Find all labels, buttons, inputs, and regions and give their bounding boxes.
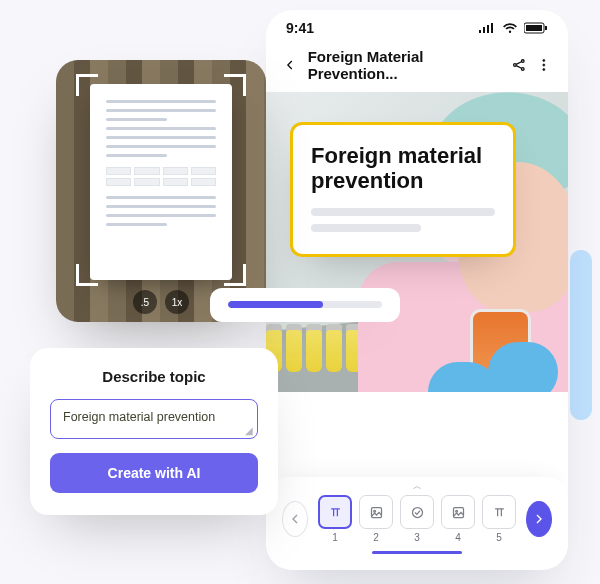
- create-with-ai-button[interactable]: Create with AI: [50, 453, 258, 493]
- topic-input-value: Foreign material prevention: [63, 410, 215, 424]
- svg-point-8: [543, 69, 545, 71]
- status-time: 9:41: [286, 20, 314, 36]
- svg-rect-12: [453, 507, 463, 517]
- progress-fill: [228, 301, 323, 308]
- svg-point-6: [543, 59, 545, 61]
- describe-topic-heading: Describe topic: [50, 368, 258, 385]
- describe-topic-card: Describe topic Foreign material preventi…: [30, 348, 278, 515]
- resize-handle-icon[interactable]: ◢: [245, 425, 253, 436]
- svg-point-5: [521, 68, 524, 71]
- hero-image: Foreign material prevention: [266, 92, 568, 392]
- wifi-icon: [502, 22, 518, 34]
- home-indicator: [372, 551, 462, 554]
- lesson-title: Foreign material prevention: [311, 143, 495, 194]
- crop-corner[interactable]: [224, 74, 246, 96]
- svg-point-13: [455, 510, 457, 512]
- document-scanner-card: .5 1x: [56, 60, 266, 322]
- image-icon: [369, 505, 384, 520]
- slide-thumbnails: 1 2 3 4 5: [318, 495, 516, 543]
- slide-tray: ︿ 1 2 3 4: [266, 477, 568, 566]
- kebab-icon[interactable]: [536, 56, 552, 74]
- scanned-document: [90, 84, 232, 280]
- zoom-level[interactable]: .5: [133, 290, 157, 314]
- course-header: Foreign Material Prevention...: [266, 40, 568, 92]
- signal-icon: [478, 22, 496, 34]
- slide-thumb-2[interactable]: 2: [359, 495, 393, 543]
- accent-strip: [570, 250, 592, 420]
- svg-point-4: [521, 60, 524, 63]
- battery-icon: [524, 22, 548, 34]
- course-title: Foreign Material Prevention...: [308, 48, 491, 82]
- svg-rect-9: [371, 507, 381, 517]
- lesson-title-card: Foreign material prevention: [290, 122, 516, 257]
- status-bar: 9:41: [266, 10, 568, 40]
- svg-point-7: [543, 64, 545, 66]
- image-icon: [451, 505, 466, 520]
- slide-thumb-5[interactable]: 5: [482, 495, 516, 543]
- next-slide-button[interactable]: [526, 501, 552, 537]
- slide-thumb-1[interactable]: 1: [318, 495, 352, 543]
- crop-corner[interactable]: [76, 264, 98, 286]
- skeleton-line: [311, 208, 495, 216]
- text-icon: [328, 505, 343, 520]
- slide-thumb-4[interactable]: 4: [441, 495, 475, 543]
- svg-rect-2: [545, 26, 547, 30]
- topic-input[interactable]: Foreign material prevention ◢: [50, 399, 258, 439]
- prev-slide-button[interactable]: [282, 501, 308, 537]
- check-icon: [410, 505, 425, 520]
- back-icon[interactable]: [282, 56, 298, 74]
- crop-corner[interactable]: [224, 264, 246, 286]
- crop-corner[interactable]: [76, 74, 98, 96]
- generation-progress: [210, 288, 400, 322]
- chevron-up-icon[interactable]: ︿: [282, 483, 552, 489]
- slide-thumb-3[interactable]: 3: [400, 495, 434, 543]
- svg-point-10: [373, 510, 375, 512]
- svg-point-3: [513, 64, 516, 67]
- skeleton-line: [311, 224, 421, 232]
- status-icons: [478, 22, 548, 34]
- share-icon[interactable]: [511, 56, 527, 74]
- zoom-level[interactable]: 1x: [165, 290, 189, 314]
- svg-rect-1: [526, 25, 542, 31]
- text-icon: [492, 505, 507, 520]
- svg-point-11: [412, 507, 422, 517]
